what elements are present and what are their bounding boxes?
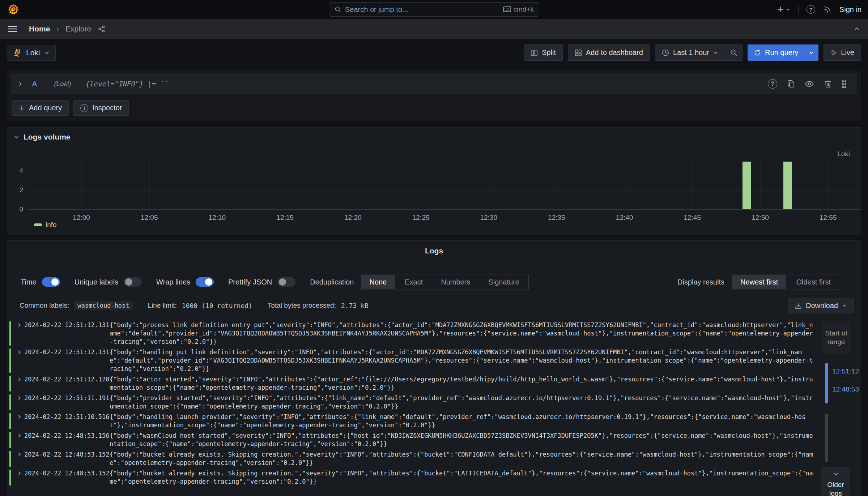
x-axis-tick: 12:25 (412, 214, 430, 222)
query-expression: {level="INFO"} |= `` (86, 80, 169, 88)
time-range-picker[interactable]: Last 1 hour (655, 44, 725, 61)
live-button[interactable]: Live (824, 44, 861, 61)
v-gridline (828, 156, 829, 209)
collapse-chevron-up-icon[interactable] (854, 26, 860, 32)
line-limit-value: 1000 (10 returned) (182, 302, 252, 309)
toggle-switch[interactable] (277, 277, 295, 287)
share-icon[interactable] (98, 25, 106, 33)
add-to-dashboard-button[interactable]: Add to dashboard (568, 44, 650, 61)
breadcrumb-home[interactable]: Home (29, 25, 50, 33)
display-option-oldest-first[interactable]: Oldest first (787, 274, 840, 290)
chevron-right-icon[interactable] (17, 377, 22, 382)
run-query-button[interactable]: Run query (748, 44, 804, 61)
log-line-text: {"body":"wasmCloud host started","severi… (110, 432, 815, 448)
run-query-options-button[interactable] (804, 44, 818, 61)
toggle-switch[interactable] (124, 277, 142, 287)
log-row[interactable]: 2024-02-22 12:51:12.131{"body":"process … (7, 320, 814, 347)
severity-indicator (9, 349, 11, 373)
log-timestamp: 2024-02-22 12:48:53.156 (24, 432, 110, 440)
dedup-option-signature[interactable]: Signature (479, 274, 528, 290)
dedup-option-none[interactable]: None (361, 275, 395, 289)
dedup-group: NoneExactNumbersSignature (360, 274, 529, 290)
chevron-right-icon[interactable] (17, 433, 22, 438)
news-rss-icon[interactable] (823, 5, 831, 14)
log-timestamp: 2024-02-22 12:48:53.152 (24, 450, 110, 459)
log-row[interactable]: 2024-02-22 12:51:11.191{"body":"provider… (7, 393, 814, 412)
log-row[interactable]: 2024-02-22 12:51:10.516{"body":"handling… (7, 412, 814, 431)
grafana-logo[interactable] (7, 3, 20, 16)
copy-query-icon[interactable] (787, 80, 795, 88)
chevron-right-icon[interactable] (17, 350, 22, 355)
y-axis-tick: 4 (7, 167, 23, 175)
chevron-right-icon[interactable] (18, 81, 23, 87)
older-logs-button[interactable]: Older logs (821, 467, 850, 496)
display-option-newest-first[interactable]: Newest first (732, 275, 786, 289)
severity-indicator (9, 394, 11, 410)
log-timestamp: 2024-02-22 12:48:53.152 (24, 469, 110, 478)
dashboard-grid-icon (575, 49, 582, 56)
severity-indicator (9, 376, 11, 392)
breadcrumb-separator: › (56, 25, 59, 33)
log-timestamp: 2024-02-22 12:51:10.516 (24, 413, 110, 421)
dedup-option-numbers[interactable]: Numbers (432, 274, 479, 290)
bytes-processed-label: Total bytes processed: (268, 302, 336, 309)
dedup-option-exact[interactable]: Exact (396, 274, 432, 290)
log-row[interactable]: 2024-02-22 12:48:53.152{"body":"bucket a… (7, 469, 814, 487)
y-axis-tick: 0 (7, 205, 23, 213)
severity-indicator (9, 451, 11, 467)
minimap-active-segment[interactable] (825, 363, 828, 403)
zoom-out-time-button[interactable] (725, 44, 743, 61)
volume-bar[interactable] (783, 162, 792, 210)
v-gridline (217, 156, 217, 209)
toggle-switch[interactable] (42, 277, 60, 287)
search-icon (334, 6, 341, 13)
log-row[interactable]: 2024-02-22 12:48:53.156{"body":"wasmClou… (7, 431, 814, 450)
log-line-text: {"body":"bucket already exists. Skipping… (110, 469, 815, 486)
search-input[interactable]: Search or jump to... cmd+k (329, 2, 539, 17)
chevron-right-icon[interactable] (17, 395, 22, 401)
menu-hamburger-icon[interactable] (8, 25, 17, 33)
toggle-visibility-eye-icon[interactable] (805, 79, 814, 89)
v-gridline (285, 156, 285, 209)
chart-legend[interactable]: info (34, 221, 57, 229)
chevron-right-icon[interactable] (17, 471, 22, 476)
download-button[interactable]: Download (788, 298, 854, 313)
legend-swatch (34, 223, 42, 226)
sign-in-link[interactable]: Sign in (839, 5, 861, 14)
chevron-right-icon[interactable] (17, 322, 22, 328)
range-times[interactable]: 12:51:12 — 12:48:53 (830, 367, 861, 394)
logs-volume-chart[interactable]: 02412:0012:0512:1012:1512:2012:2512:3012… (7, 128, 861, 235)
info-circle-icon: i (80, 104, 88, 112)
log-timestamp: 2024-02-22 12:51:12.131 (24, 321, 110, 329)
query-help-icon[interactable]: ? (768, 79, 777, 89)
log-row[interactable]: 2024-02-22 12:51:12.131{"body":"handling… (7, 347, 814, 375)
log-row[interactable]: 2024-02-22 12:48:53.152{"body":"bucket a… (7, 450, 814, 469)
chevron-right-icon[interactable] (17, 452, 22, 457)
plus-icon (777, 6, 784, 13)
query-row[interactable]: A (Loki) {level="INFO"} |= `` ? (11, 73, 857, 94)
v-gridline (149, 156, 150, 209)
delete-query-trash-icon[interactable] (824, 80, 832, 88)
chevron-down-icon (833, 471, 839, 478)
minimap-inactive-segment[interactable] (825, 414, 828, 462)
add-query-button[interactable]: Add query (12, 100, 69, 116)
toggle-label: Unique labels (75, 278, 118, 286)
volume-bar[interactable] (743, 162, 751, 210)
inspector-button[interactable]: i Inspector (73, 100, 129, 116)
help-icon[interactable]: ? (807, 5, 815, 14)
x-axis-tick: 12:55 (820, 214, 837, 222)
datasource-name: Loki (26, 48, 40, 57)
datasource-picker[interactable]: Loki (7, 45, 56, 61)
drag-handle-icon[interactable] (842, 80, 847, 88)
toggle-switch[interactable] (196, 277, 214, 287)
split-button[interactable]: Split (524, 44, 563, 61)
play-icon (830, 50, 837, 56)
chevron-right-icon[interactable] (17, 414, 22, 419)
toggle-wrap-lines: Wrap lines (156, 277, 214, 287)
log-timestamp: 2024-02-22 12:51:12.128 (24, 375, 110, 384)
new-menu-button[interactable] (777, 6, 790, 13)
chevron-down-icon (44, 50, 50, 55)
log-row[interactable]: 2024-02-22 12:51:12.128{"body":"actor st… (7, 375, 814, 393)
log-line-text: {"body":"process link definition entry p… (110, 321, 815, 346)
logs-navigation-rail: Start of range 12:51:12 — 12:48:53 Older… (814, 320, 861, 496)
